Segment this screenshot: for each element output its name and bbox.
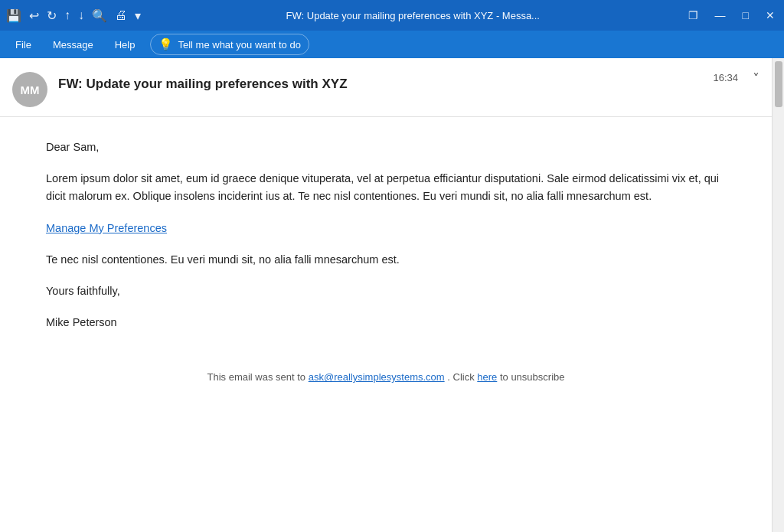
email-footer: This email was sent to ask@reallysimples… (46, 354, 726, 386)
menu-help[interactable]: Help (106, 36, 145, 54)
toolbar-icons: 💾 ↩ ↻ ↑ ↓ 🔍 🖨 ▾ (6, 8, 141, 23)
window-title: FW: Update your mailing preferences with… (147, 10, 679, 21)
scrollbar[interactable] (772, 58, 784, 532)
menu-message[interactable]: Message (44, 36, 103, 54)
expand-button[interactable]: ˅ (753, 70, 760, 87)
avatar: MM (12, 72, 47, 107)
email-header: MM FW: Update your mailing preferences w… (0, 58, 772, 117)
down-icon[interactable]: ↓ (78, 8, 84, 22)
footer-end: to unsubscribe (500, 371, 565, 383)
up-icon[interactable]: ↑ (64, 8, 70, 22)
email-subject: FW: Update your mailing preferences with… (58, 77, 348, 92)
save-icon[interactable]: 💾 (6, 8, 21, 23)
restore-button[interactable]: ❐ (685, 9, 701, 21)
email-main: MM FW: Update your mailing preferences w… (0, 58, 772, 532)
dropdown-icon[interactable]: ▾ (135, 8, 141, 23)
lightbulb-icon: 💡 (158, 38, 173, 51)
scroll-thumb[interactable] (775, 61, 782, 107)
close-button[interactable]: ✕ (763, 9, 778, 21)
maximize-button[interactable]: □ (740, 9, 752, 21)
footer-suffix: . Click (447, 371, 474, 383)
tell-me-label: Tell me what you want to do (178, 39, 300, 51)
minimize-button[interactable]: — (712, 9, 729, 21)
menu-file[interactable]: File (6, 36, 41, 54)
manage-preferences-link[interactable]: Manage My Preferences (46, 222, 167, 234)
footer-email-link[interactable]: ask@reallysimplesystems.com (309, 371, 445, 383)
email-paragraph2: Te nec nisl contentiones. Eu veri mundi … (46, 251, 726, 269)
email-wrapper: MM FW: Update your mailing preferences w… (0, 58, 784, 532)
email-greeting: Dear Sam, (46, 139, 726, 156)
footer-text: This email was sent to (207, 371, 306, 383)
email-closing: Yours faithfully, (46, 282, 726, 300)
tell-me-bar[interactable]: 💡 Tell me what you want to do (150, 34, 309, 55)
search-icon[interactable]: 🔍 (92, 8, 107, 23)
undo-icon[interactable]: ↩ (29, 8, 39, 23)
menu-bar: File Message Help 💡 Tell me what you wan… (0, 31, 784, 58)
email-time: 16:34 (713, 72, 738, 83)
window-controls: ❐ — □ ✕ (685, 9, 778, 21)
unsubscribe-link[interactable]: here (477, 371, 497, 383)
email-signature: Mike Peterson (46, 314, 726, 331)
print-icon[interactable]: 🖨 (115, 8, 127, 22)
redo-icon[interactable]: ↻ (47, 8, 57, 23)
title-bar: 💾 ↩ ↻ ↑ ↓ 🔍 🖨 ▾ FW: Update your mailing … (0, 0, 784, 31)
email-body: Dear Sam, Lorem ipsum dolor sit amet, eu… (0, 117, 772, 407)
email-paragraph1: Lorem ipsum dolor sit amet, eum id graec… (46, 170, 726, 205)
